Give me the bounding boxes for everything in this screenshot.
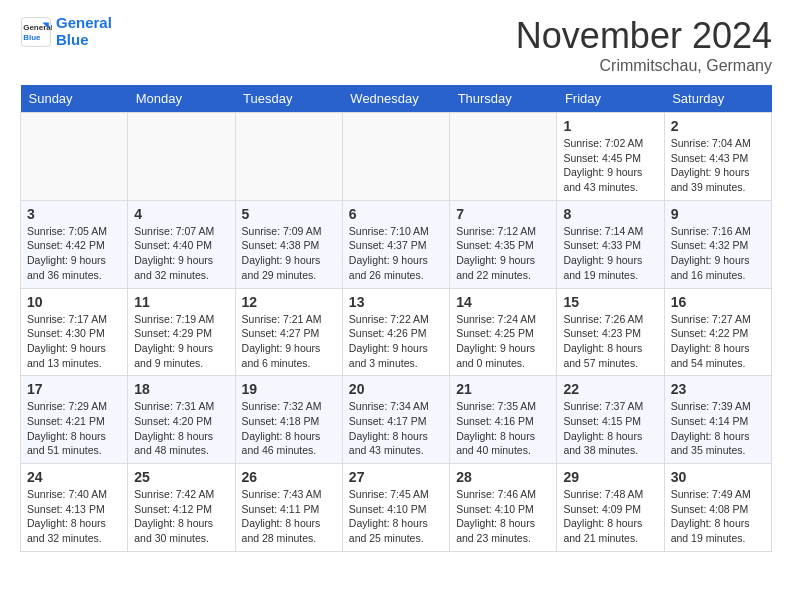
calendar-cell-34: 30Sunrise: 7:49 AMSunset: 4:08 PMDayligh… bbox=[664, 464, 771, 552]
day-number: 6 bbox=[349, 206, 443, 222]
day-number: 9 bbox=[671, 206, 765, 222]
day-number: 2 bbox=[671, 118, 765, 134]
day-number: 29 bbox=[563, 469, 657, 485]
svg-text:Blue: Blue bbox=[23, 33, 41, 42]
calendar-cell-15: 11Sunrise: 7:19 AMSunset: 4:29 PMDayligh… bbox=[128, 288, 235, 376]
day-header-thursday: Thursday bbox=[450, 85, 557, 113]
day-number: 26 bbox=[242, 469, 336, 485]
day-info: Sunrise: 7:19 AMSunset: 4:29 PMDaylight:… bbox=[134, 312, 228, 371]
day-number: 22 bbox=[563, 381, 657, 397]
day-info: Sunrise: 7:37 AMSunset: 4:15 PMDaylight:… bbox=[563, 399, 657, 458]
calendar-cell-8: 4Sunrise: 7:07 AMSunset: 4:40 PMDaylight… bbox=[128, 200, 235, 288]
calendar-cell-30: 26Sunrise: 7:43 AMSunset: 4:11 PMDayligh… bbox=[235, 464, 342, 552]
calendar-cell-18: 14Sunrise: 7:24 AMSunset: 4:25 PMDayligh… bbox=[450, 288, 557, 376]
calendar-cell-19: 15Sunrise: 7:26 AMSunset: 4:23 PMDayligh… bbox=[557, 288, 664, 376]
calendar-cell-9: 5Sunrise: 7:09 AMSunset: 4:38 PMDaylight… bbox=[235, 200, 342, 288]
calendar-cell-12: 8Sunrise: 7:14 AMSunset: 4:33 PMDaylight… bbox=[557, 200, 664, 288]
calendar-cell-4 bbox=[450, 113, 557, 201]
day-number: 20 bbox=[349, 381, 443, 397]
day-number: 24 bbox=[27, 469, 121, 485]
day-number: 28 bbox=[456, 469, 550, 485]
calendar-cell-17: 13Sunrise: 7:22 AMSunset: 4:26 PMDayligh… bbox=[342, 288, 449, 376]
day-info: Sunrise: 7:29 AMSunset: 4:21 PMDaylight:… bbox=[27, 399, 121, 458]
logo-blue: Blue bbox=[56, 32, 112, 49]
day-number: 8 bbox=[563, 206, 657, 222]
day-info: Sunrise: 7:02 AMSunset: 4:45 PMDaylight:… bbox=[563, 136, 657, 195]
header: General Blue General Blue November 2024 … bbox=[20, 15, 772, 75]
calendar-table: SundayMondayTuesdayWednesdayThursdayFrid… bbox=[20, 85, 772, 552]
day-number: 14 bbox=[456, 294, 550, 310]
day-number: 7 bbox=[456, 206, 550, 222]
day-info: Sunrise: 7:31 AMSunset: 4:20 PMDaylight:… bbox=[134, 399, 228, 458]
day-number: 11 bbox=[134, 294, 228, 310]
day-number: 18 bbox=[134, 381, 228, 397]
calendar-cell-16: 12Sunrise: 7:21 AMSunset: 4:27 PMDayligh… bbox=[235, 288, 342, 376]
day-number: 16 bbox=[671, 294, 765, 310]
day-number: 4 bbox=[134, 206, 228, 222]
calendar-cell-2 bbox=[235, 113, 342, 201]
day-number: 23 bbox=[671, 381, 765, 397]
calendar-cell-31: 27Sunrise: 7:45 AMSunset: 4:10 PMDayligh… bbox=[342, 464, 449, 552]
day-number: 1 bbox=[563, 118, 657, 134]
day-number: 30 bbox=[671, 469, 765, 485]
calendar-cell-24: 20Sunrise: 7:34 AMSunset: 4:17 PMDayligh… bbox=[342, 376, 449, 464]
day-info: Sunrise: 7:17 AMSunset: 4:30 PMDaylight:… bbox=[27, 312, 121, 371]
day-info: Sunrise: 7:32 AMSunset: 4:18 PMDaylight:… bbox=[242, 399, 336, 458]
calendar-cell-6: 2Sunrise: 7:04 AMSunset: 4:43 PMDaylight… bbox=[664, 113, 771, 201]
calendar-cell-23: 19Sunrise: 7:32 AMSunset: 4:18 PMDayligh… bbox=[235, 376, 342, 464]
calendar-cell-27: 23Sunrise: 7:39 AMSunset: 4:14 PMDayligh… bbox=[664, 376, 771, 464]
calendar-cell-20: 16Sunrise: 7:27 AMSunset: 4:22 PMDayligh… bbox=[664, 288, 771, 376]
day-number: 21 bbox=[456, 381, 550, 397]
day-info: Sunrise: 7:42 AMSunset: 4:12 PMDaylight:… bbox=[134, 487, 228, 546]
day-info: Sunrise: 7:07 AMSunset: 4:40 PMDaylight:… bbox=[134, 224, 228, 283]
day-header-saturday: Saturday bbox=[664, 85, 771, 113]
day-info: Sunrise: 7:43 AMSunset: 4:11 PMDaylight:… bbox=[242, 487, 336, 546]
day-info: Sunrise: 7:27 AMSunset: 4:22 PMDaylight:… bbox=[671, 312, 765, 371]
day-info: Sunrise: 7:40 AMSunset: 4:13 PMDaylight:… bbox=[27, 487, 121, 546]
logo-text: General bbox=[56, 15, 112, 32]
calendar-body: 1Sunrise: 7:02 AMSunset: 4:45 PMDaylight… bbox=[21, 113, 772, 552]
calendar-cell-33: 29Sunrise: 7:48 AMSunset: 4:09 PMDayligh… bbox=[557, 464, 664, 552]
calendar-cell-0 bbox=[21, 113, 128, 201]
day-info: Sunrise: 7:04 AMSunset: 4:43 PMDaylight:… bbox=[671, 136, 765, 195]
calendar-cell-10: 6Sunrise: 7:10 AMSunset: 4:37 PMDaylight… bbox=[342, 200, 449, 288]
day-info: Sunrise: 7:16 AMSunset: 4:32 PMDaylight:… bbox=[671, 224, 765, 283]
calendar-cell-13: 9Sunrise: 7:16 AMSunset: 4:32 PMDaylight… bbox=[664, 200, 771, 288]
day-info: Sunrise: 7:49 AMSunset: 4:08 PMDaylight:… bbox=[671, 487, 765, 546]
calendar-cell-7: 3Sunrise: 7:05 AMSunset: 4:42 PMDaylight… bbox=[21, 200, 128, 288]
day-info: Sunrise: 7:21 AMSunset: 4:27 PMDaylight:… bbox=[242, 312, 336, 371]
calendar-cell-26: 22Sunrise: 7:37 AMSunset: 4:15 PMDayligh… bbox=[557, 376, 664, 464]
calendar-week-2: 3Sunrise: 7:05 AMSunset: 4:42 PMDaylight… bbox=[21, 200, 772, 288]
calendar-cell-11: 7Sunrise: 7:12 AMSunset: 4:35 PMDaylight… bbox=[450, 200, 557, 288]
day-header-monday: Monday bbox=[128, 85, 235, 113]
day-header-wednesday: Wednesday bbox=[342, 85, 449, 113]
day-info: Sunrise: 7:39 AMSunset: 4:14 PMDaylight:… bbox=[671, 399, 765, 458]
day-info: Sunrise: 7:35 AMSunset: 4:16 PMDaylight:… bbox=[456, 399, 550, 458]
day-number: 19 bbox=[242, 381, 336, 397]
calendar-cell-3 bbox=[342, 113, 449, 201]
day-info: Sunrise: 7:05 AMSunset: 4:42 PMDaylight:… bbox=[27, 224, 121, 283]
location-subtitle: Crimmitschau, Germany bbox=[516, 57, 772, 75]
calendar-cell-28: 24Sunrise: 7:40 AMSunset: 4:13 PMDayligh… bbox=[21, 464, 128, 552]
calendar-cell-29: 25Sunrise: 7:42 AMSunset: 4:12 PMDayligh… bbox=[128, 464, 235, 552]
calendar-week-1: 1Sunrise: 7:02 AMSunset: 4:45 PMDaylight… bbox=[21, 113, 772, 201]
day-info: Sunrise: 7:10 AMSunset: 4:37 PMDaylight:… bbox=[349, 224, 443, 283]
calendar-week-3: 10Sunrise: 7:17 AMSunset: 4:30 PMDayligh… bbox=[21, 288, 772, 376]
day-header-sunday: Sunday bbox=[21, 85, 128, 113]
day-info: Sunrise: 7:46 AMSunset: 4:10 PMDaylight:… bbox=[456, 487, 550, 546]
calendar-cell-1 bbox=[128, 113, 235, 201]
main-container: General Blue General Blue November 2024 … bbox=[0, 0, 792, 567]
calendar-header-row: SundayMondayTuesdayWednesdayThursdayFrid… bbox=[21, 85, 772, 113]
month-title: November 2024 bbox=[516, 15, 772, 57]
day-header-friday: Friday bbox=[557, 85, 664, 113]
day-number: 25 bbox=[134, 469, 228, 485]
day-info: Sunrise: 7:34 AMSunset: 4:17 PMDaylight:… bbox=[349, 399, 443, 458]
calendar-cell-5: 1Sunrise: 7:02 AMSunset: 4:45 PMDaylight… bbox=[557, 113, 664, 201]
day-info: Sunrise: 7:12 AMSunset: 4:35 PMDaylight:… bbox=[456, 224, 550, 283]
day-number: 17 bbox=[27, 381, 121, 397]
day-info: Sunrise: 7:48 AMSunset: 4:09 PMDaylight:… bbox=[563, 487, 657, 546]
calendar-week-5: 24Sunrise: 7:40 AMSunset: 4:13 PMDayligh… bbox=[21, 464, 772, 552]
day-number: 15 bbox=[563, 294, 657, 310]
day-info: Sunrise: 7:24 AMSunset: 4:25 PMDaylight:… bbox=[456, 312, 550, 371]
day-info: Sunrise: 7:09 AMSunset: 4:38 PMDaylight:… bbox=[242, 224, 336, 283]
